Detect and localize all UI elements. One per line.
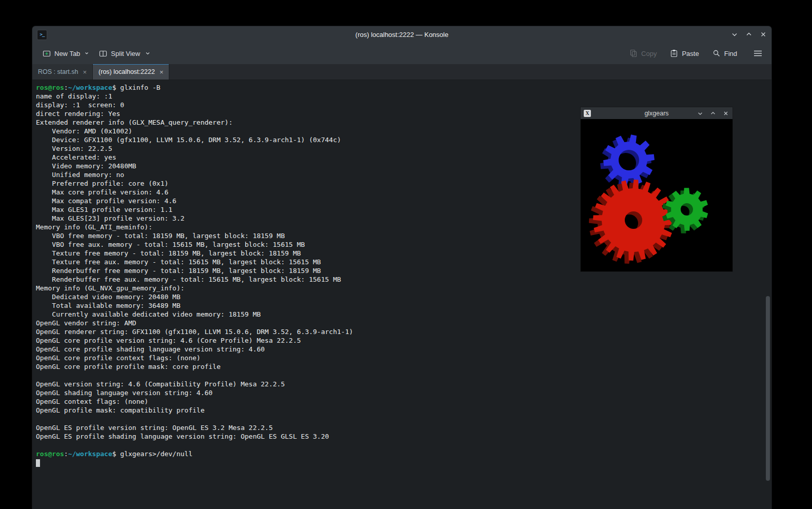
window-controls (730, 26, 767, 43)
copy-button[interactable]: Copy (625, 46, 661, 61)
find-button[interactable]: Find (708, 46, 741, 61)
tab-bar: ROS : start.sh × (ros) localhost:2222 × (32, 64, 771, 80)
terminal-line: OpenGL shading language version string: … (36, 388, 771, 397)
split-view-icon (99, 49, 107, 57)
red-gear (589, 180, 674, 264)
scrollbar[interactable] (766, 296, 770, 481)
toolbar-right-group: Copy Paste Find (625, 46, 765, 61)
terminal-line (36, 441, 771, 449)
terminal-line: OpenGL core profile shading language ver… (36, 345, 771, 354)
paste-icon (670, 49, 678, 57)
terminal-line: OpenGL version string: 4.6 (Compatibilit… (36, 380, 771, 388)
terminal-line: OpenGL core profile version string: 4.6 … (36, 336, 771, 345)
glxgears-canvas (581, 119, 732, 271)
glxgears-close-button[interactable] (722, 109, 730, 118)
terminal-line: OpenGL ES profile shading language versi… (36, 432, 771, 441)
terminal-line (36, 371, 771, 380)
new-tab-button[interactable]: New Tab (38, 46, 93, 61)
find-label: Find (724, 50, 737, 57)
new-tab-label: New Tab (54, 50, 80, 57)
terminal-line: Renderbuffer free aux. memory - total: 1… (36, 275, 771, 284)
terminal-line: name of display: :1 (36, 92, 771, 101)
split-view-label: Split View (111, 50, 140, 57)
terminal-line: ros@ros:~/workspace$ glxgears>/dev/null (36, 449, 771, 458)
find-icon (712, 49, 721, 57)
terminal-line: OpenGL context flags: (none) (36, 397, 771, 406)
glxgears-window: X glxgears (580, 107, 733, 272)
hamburger-icon (754, 50, 762, 57)
tab-ros-localhost-2222[interactable]: (ros) localhost:2222 × (93, 64, 169, 80)
minimize-button[interactable] (730, 30, 739, 38)
tab-ros-start-sh[interactable]: ROS : start.sh × (32, 64, 93, 80)
terminal-line: OpenGL ES profile version string: OpenGL… (36, 423, 771, 432)
tab-close-icon[interactable]: × (160, 69, 164, 75)
terminal-line: Memory info (GL_NVX_gpu_memory_info): (36, 284, 771, 292)
paste-button[interactable]: Paste (666, 46, 703, 61)
gears-graphic (581, 119, 732, 271)
terminal-line (36, 458, 771, 467)
terminal-line: OpenGL core profile profile mask: core p… (36, 362, 771, 371)
close-button[interactable] (759, 30, 767, 38)
paste-label: Paste (682, 50, 699, 57)
window-title: (ros) localhost:2222 — Konsole (32, 31, 771, 38)
terminal-line: OpenGL profile mask: compatibility profi… (36, 406, 771, 415)
glxgears-minimize-button[interactable] (696, 109, 704, 118)
maximize-button[interactable] (745, 30, 753, 38)
split-view-button[interactable]: Split View (95, 46, 155, 61)
terminal-line: ros@ros:~/workspace$ glxinfo -B (36, 83, 771, 92)
terminal-line: Total available memory: 36489 MB (36, 301, 771, 310)
split-view-dropdown-icon (145, 50, 151, 56)
tab-label: ROS : start.sh (38, 68, 78, 75)
terminal-line: Currently available dedicated video memo… (36, 310, 771, 319)
new-tab-dropdown-icon (85, 51, 89, 55)
tab-label: (ros) localhost:2222 (98, 68, 155, 75)
tab-close-icon[interactable]: × (83, 69, 87, 75)
toolbar: New Tab Split View Copy (32, 43, 771, 64)
terminal-line: OpenGL core profile context flags: (none… (36, 354, 771, 362)
terminal-line: OpenGL vendor string: AMD (36, 319, 771, 327)
menu-button[interactable] (750, 46, 765, 61)
x11-app-icon: X (584, 110, 591, 117)
glxgears-maximize-button[interactable] (709, 109, 717, 118)
terminal-cursor (36, 459, 40, 467)
glxgears-titlebar[interactable]: X glxgears (581, 107, 732, 119)
window-titlebar[interactable]: >_ (ros) localhost:2222 — Konsole (32, 26, 771, 43)
copy-icon (629, 49, 638, 57)
glxgears-window-controls (696, 107, 730, 119)
terminal-line (36, 415, 771, 423)
copy-label: Copy (641, 50, 657, 57)
terminal-line: Dedicated video memory: 20480 MB (36, 292, 771, 301)
terminal-line: OpenGL renderer string: GFX1100 (gfx1100… (36, 327, 771, 336)
blue-gear (600, 134, 655, 189)
new-tab-icon (43, 49, 51, 57)
